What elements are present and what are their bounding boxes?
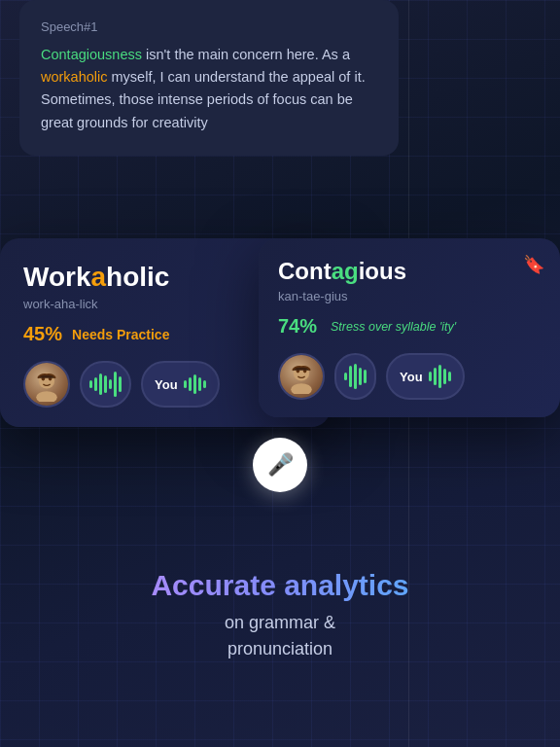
bottom-title: Accurate analytics bbox=[151, 569, 408, 602]
you-wave-bar bbox=[198, 377, 201, 391]
bottom-subtitle: on grammar &pronunciation bbox=[225, 610, 335, 662]
speech-label: Speech#1 bbox=[41, 19, 377, 34]
bottom-section: Accurate analytics on grammar &pronuncia… bbox=[0, 514, 560, 747]
contagious-score: 74% Stress over syllable 'ity' bbox=[278, 315, 541, 338]
svg-rect-1 bbox=[36, 391, 57, 402]
contagious-title: Contagious bbox=[278, 258, 541, 285]
you-wave-bar-2 bbox=[434, 368, 437, 385]
contagious-avatars: You bbox=[278, 353, 541, 400]
you-wave-bar bbox=[184, 380, 187, 388]
you-waveform-2 bbox=[429, 365, 451, 388]
waveform-teacher-2[interactable] bbox=[334, 353, 376, 400]
speech-text: Contagiousness isn't the main concern he… bbox=[41, 44, 377, 134]
bottom-subtitle-text: on grammar &pronunciation bbox=[225, 613, 335, 658]
you-wave-bar bbox=[189, 377, 192, 391]
wave-bar bbox=[359, 368, 362, 385]
contagious-pct: 74% bbox=[278, 315, 317, 338]
svg-rect-5 bbox=[291, 383, 312, 394]
word-holic: holic bbox=[106, 262, 169, 292]
wave-bar bbox=[99, 374, 102, 395]
word-workaholic: workaholic bbox=[41, 69, 108, 85]
wave-bar bbox=[119, 376, 122, 392]
contagious-card: 🔖 Contagious kan-tae-gius 74% Stress ove… bbox=[259, 238, 560, 417]
workaholic-label: Needs Practice bbox=[72, 327, 169, 342]
avatar-svg bbox=[29, 367, 64, 402]
waveform-teacher[interactable] bbox=[80, 361, 131, 408]
you-wave-bar-2 bbox=[438, 365, 441, 388]
you-wave-bar bbox=[193, 374, 196, 394]
wave-bar bbox=[104, 375, 107, 393]
speech-text-part1: isn't the main concern here. As a bbox=[146, 47, 350, 62]
wave-bar bbox=[349, 366, 352, 387]
wave-bar bbox=[94, 377, 97, 391]
you-wave-bar bbox=[203, 380, 206, 388]
wave-bar bbox=[114, 372, 117, 397]
word-contagiousness: Contagiousness bbox=[41, 47, 142, 62]
bookmark-icon[interactable]: 🔖 bbox=[523, 254, 544, 275]
word-ah: a bbox=[91, 262, 107, 292]
stress-note: Stress over syllable 'ity' bbox=[331, 320, 456, 334]
you-button-workaholic[interactable]: You bbox=[141, 361, 220, 408]
you-label: You bbox=[155, 377, 178, 392]
wave-bar bbox=[109, 379, 112, 389]
wave-bar bbox=[89, 380, 92, 388]
mic-icon: 🎤 bbox=[267, 452, 294, 478]
you-wave-bar-2 bbox=[429, 372, 432, 381]
avatar-face bbox=[25, 363, 68, 406]
word-work: Work bbox=[23, 262, 91, 292]
wave-bar bbox=[364, 370, 367, 383]
workaholic-pct: 45% bbox=[23, 323, 62, 345]
contagious-phonetic: kan-tae-gius bbox=[278, 289, 541, 303]
teacher-avatar[interactable] bbox=[23, 361, 70, 408]
word-cont: Cont bbox=[278, 258, 332, 284]
wave-bar bbox=[344, 373, 347, 380]
avatar-svg-2 bbox=[284, 359, 319, 394]
you-waveform bbox=[184, 374, 206, 394]
you-button-contagious[interactable]: You bbox=[386, 353, 465, 400]
you-wave-bar-2 bbox=[443, 369, 446, 384]
mic-button[interactable]: 🎤 bbox=[253, 438, 307, 492]
speech-card: Speech#1 Contagiousness isn't the main c… bbox=[19, 0, 399, 156]
you-wave-bar-2 bbox=[448, 372, 451, 381]
you-label-2: You bbox=[400, 370, 423, 384]
avatar-face-2 bbox=[280, 355, 323, 398]
teacher-avatar-2[interactable] bbox=[278, 353, 325, 400]
word-ious: ious bbox=[359, 258, 406, 284]
wave-bar bbox=[354, 364, 357, 389]
word-ag: ag bbox=[332, 258, 359, 284]
